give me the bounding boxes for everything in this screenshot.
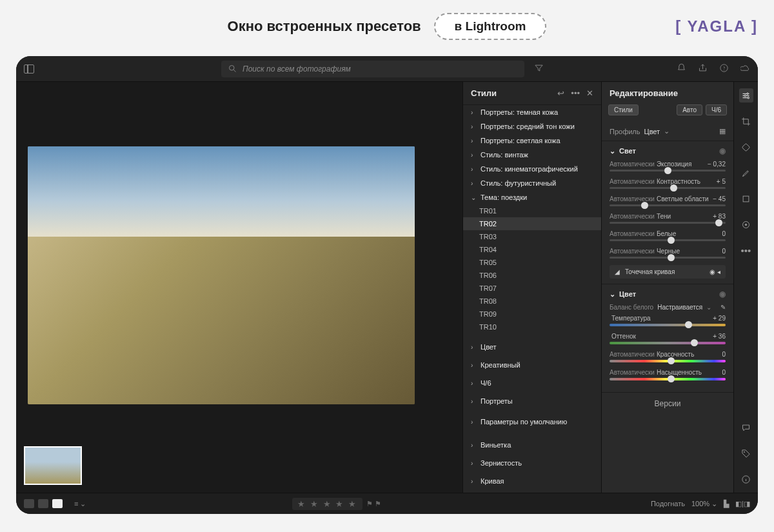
view-mode-switch[interactable] — [24, 499, 63, 508]
preset-group[interactable]: ›Цвет — [463, 340, 601, 354]
before-after-icon[interactable]: ◧|◨ — [735, 500, 750, 508]
preset-item[interactable]: TR04 — [463, 243, 601, 256]
preset-group[interactable]: ›Виньетка — [463, 438, 601, 452]
eye-icon[interactable]: ◉ ◂ — [710, 268, 720, 275]
comment-icon[interactable] — [739, 420, 753, 435]
search-input[interactable]: Поиск по всем фотографиям — [221, 61, 524, 77]
svg-point-2 — [747, 93, 749, 95]
slider-Светлые области[interactable]: Автоматически Светлые области− 45 — [610, 195, 726, 206]
preset-group[interactable]: ›Ч/6 — [463, 376, 601, 390]
profile-browser-icon[interactable]: ▦ — [719, 127, 726, 135]
detail-view-icon[interactable] — [52, 499, 63, 508]
preview-image[interactable] — [28, 146, 415, 404]
bell-icon[interactable] — [677, 63, 686, 74]
zoom-level[interactable]: 100% ⌄ — [691, 500, 717, 508]
rating-stars[interactable]: ★ ★ ★ ★ ★ — [292, 498, 362, 510]
cloud-icon[interactable] — [740, 63, 750, 74]
preset-item[interactable]: TR01 — [463, 204, 601, 217]
light-section-head[interactable]: ⌄Свет◉ — [610, 146, 726, 155]
close-icon[interactable]: ✕ — [586, 88, 593, 98]
slider-Белые[interactable]: Автоматически Белые0 — [610, 230, 726, 241]
more-tools-icon[interactable]: ••• — [739, 243, 753, 257]
profile-row[interactable]: Профиль Цвет ⌄ ▦ — [602, 122, 733, 141]
preset-group[interactable]: ›Портреты — [463, 394, 601, 408]
radial-gradient-icon[interactable] — [739, 217, 753, 232]
eye-icon[interactable]: ◉ — [719, 146, 726, 155]
yagla-logo: [ YAGLA ] — [675, 17, 758, 35]
slider-saturation[interactable]: АвтоматическиНасыщенность0 — [610, 369, 726, 380]
color-section-head[interactable]: ⌄Цвет◉ — [610, 290, 726, 299]
svg-point-9 — [744, 451, 744, 452]
svg-point-3 — [744, 95, 746, 97]
svg-point-0 — [230, 66, 235, 71]
preview-area — [16, 82, 462, 493]
white-balance-row[interactable]: Баланс белого Настраивается⌄ ✎ — [610, 304, 726, 315]
preset-group[interactable]: ›Портреты: средний тон кожи — [463, 119, 601, 133]
eyedropper-icon[interactable]: ✎ — [720, 304, 726, 311]
brush-tool-icon[interactable] — [739, 166, 753, 180]
svg-point-4 — [748, 97, 749, 99]
slider-Тени[interactable]: Автоматически Тени+ 83 — [610, 213, 726, 224]
preset-group[interactable]: ›Портреты: темная кожа — [463, 105, 601, 119]
preset-group[interactable]: ›Зернистость — [463, 456, 601, 470]
preset-group[interactable]: ›Стиль: кинематографический — [463, 162, 601, 176]
adjust-tool-icon[interactable] — [739, 88, 753, 103]
filter-icon[interactable] — [534, 63, 544, 74]
tone-curve-row[interactable]: ◢ Точечная кривая ◉ ◂ — [610, 265, 726, 279]
eye-icon[interactable]: ◉ — [719, 290, 726, 299]
preset-group[interactable]: ›Стиль: винтаж — [463, 148, 601, 162]
filmstrip-thumbnail[interactable] — [24, 446, 82, 485]
svg-rect-6 — [743, 196, 749, 202]
light-section: ⌄Свет◉ Автоматически Экспозиция− 0,32Авт… — [602, 141, 733, 284]
preset-group[interactable]: ›Портреты: светлая кожа — [463, 133, 601, 148]
share-icon[interactable] — [698, 63, 708, 74]
grid-view-icon[interactable] — [24, 499, 34, 508]
preset-defaults[interactable]: ›Параметры по умолчанию — [463, 415, 601, 429]
header-pill: в Lightroom — [434, 13, 547, 40]
histogram-icon[interactable]: ▙ — [724, 500, 729, 508]
preset-group[interactable]: ›Стиль: футуристичный — [463, 176, 601, 190]
slider-tint[interactable]: Оттенок+ 36 — [610, 333, 726, 344]
preset-item[interactable]: TR06 — [463, 269, 601, 282]
chip-styles[interactable]: Стили — [608, 104, 639, 115]
bottom-bar: ≡ ⌄ ★ ★ ★ ★ ★ ⚑ ⚑ Подогнать 100% ⌄ ▙ ◧|◨ — [16, 493, 758, 514]
tool-rail: ••• — [733, 82, 758, 493]
page-header: Окно встроенных пресетов в Lightroom [ Y… — [16, 13, 758, 40]
topbar: Поиск по всем фотографиям — [16, 56, 758, 82]
presets-title: Стили — [471, 88, 497, 98]
help-icon[interactable] — [719, 63, 729, 74]
preset-item[interactable]: TR10 — [463, 320, 601, 333]
chip-bw[interactable]: Ч/6 — [706, 104, 727, 115]
linear-gradient-icon[interactable] — [739, 192, 753, 206]
preset-item[interactable]: TR07 — [463, 282, 601, 295]
svg-point-1 — [720, 64, 728, 72]
panels-toggle-icon[interactable] — [24, 64, 34, 74]
flag-toggles[interactable]: ⚑ ⚑ — [366, 500, 381, 508]
preset-group[interactable]: ›Кривая — [463, 474, 601, 488]
crop-tool-icon[interactable] — [739, 114, 753, 128]
chip-auto[interactable]: Авто — [677, 104, 702, 115]
versions-button[interactable]: Версии — [602, 392, 733, 415]
preset-item[interactable]: TR08 — [463, 295, 601, 308]
slider-vibrance[interactable]: АвтоматическиКрасочность0 — [610, 351, 726, 362]
fit-button[interactable]: Подогнать — [651, 500, 685, 507]
preset-group-expanded[interactable]: ⌄Тема: поездки — [463, 190, 601, 204]
preset-group[interactable]: ›Креативный — [463, 358, 601, 372]
preset-item[interactable]: TR05 — [463, 256, 601, 269]
slider-Экспозиция[interactable]: Автоматически Экспозиция− 0,32 — [610, 161, 726, 172]
slider-temperature[interactable]: Температура+ 29 — [610, 315, 726, 326]
tag-icon[interactable] — [739, 446, 753, 460]
compare-view-icon[interactable] — [38, 499, 48, 508]
slider-Черные[interactable]: Автоматически Черные0 — [610, 248, 726, 259]
more-icon[interactable]: ••• — [571, 88, 580, 98]
info-icon[interactable] — [739, 472, 753, 486]
preset-item[interactable]: TR02 — [463, 217, 601, 230]
slider-Контрастность[interactable]: Автоматически Контрастность+ 5 — [610, 178, 726, 189]
preset-item[interactable]: TR09 — [463, 308, 601, 320]
sort-control[interactable]: ≡ ⌄ — [74, 500, 86, 508]
undo-icon[interactable]: ↩ — [557, 88, 564, 98]
preset-item[interactable]: TR03 — [463, 230, 601, 243]
heal-tool-icon[interactable] — [739, 140, 753, 154]
curve-icon: ◢ — [615, 268, 620, 275]
presets-panel: Стили ↩ ••• ✕ ›Портреты: темная кожа›Пор… — [462, 82, 601, 493]
